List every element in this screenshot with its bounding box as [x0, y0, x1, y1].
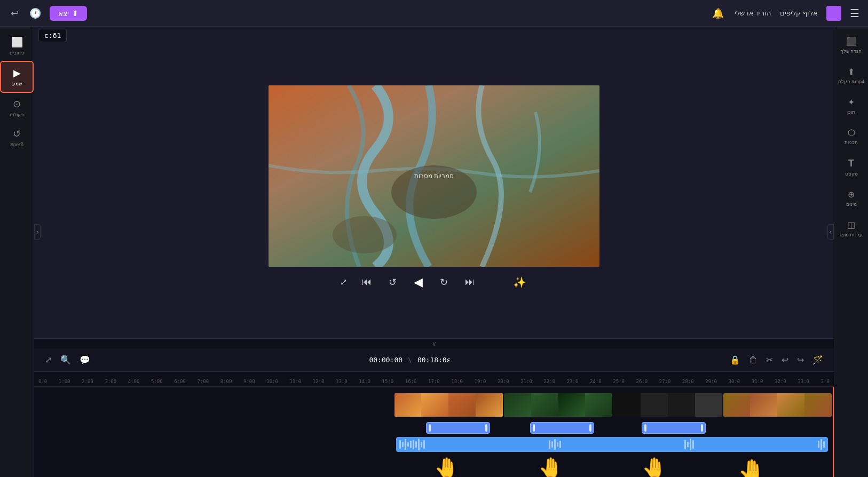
- subtitles-icon: ⬜: [11, 36, 23, 48]
- ruler-mark: 15:0: [382, 379, 394, 384]
- ruler-mark: 3:00: [105, 379, 116, 384]
- timeline-undo-button[interactable]: ↩: [779, 353, 791, 367]
- ruler-marks-container: 0:0 1:00 2:00 3:00 4:00 5:00 6:00 7:00 8…: [34, 379, 834, 384]
- skip-to-start-button[interactable]: ⏮: [360, 274, 374, 290]
- featured-icon: ◫: [847, 220, 855, 230]
- left-sidebar-collapse-button[interactable]: ›: [34, 224, 41, 240]
- right-sidebar-item-design[interactable]: ✦ תוכן: [834, 92, 868, 120]
- video-clip-4[interactable]: [723, 393, 832, 417]
- right-sidebar-item-featured[interactable]: ◫ ערכות מוצג: [834, 214, 868, 243]
- avatar: [826, 6, 841, 21]
- ruler-mark: 24:0: [590, 379, 602, 384]
- hand-4-icon: 🤚: [434, 456, 459, 477]
- hand-2-icon: 🤚: [642, 456, 667, 477]
- skip-to-end-button[interactable]: ⏭: [463, 274, 477, 290]
- timeline-toolbar-center: 00:00:00 \ 00:18:0ε: [369, 356, 451, 364]
- ruler-mark: 28:0: [682, 379, 694, 384]
- ruler-mark: 26:0: [636, 379, 648, 384]
- clips-label: אלוף קליפים: [780, 9, 818, 17]
- bell-icon-button[interactable]: 🔔: [710, 5, 726, 21]
- upload-icon: ⬆: [848, 67, 855, 77]
- right-sidebar-item-text[interactable]: T טקסט: [834, 153, 868, 182]
- timeline-redo-button[interactable]: ↪: [795, 353, 806, 367]
- clip-bar-3[interactable]: [642, 422, 706, 434]
- magic-edit-button[interactable]: ✨: [511, 274, 528, 291]
- clip-bars-track: [34, 420, 834, 436]
- right-sidebar-item-elements[interactable]: ⬡ תכניות: [834, 122, 868, 150]
- timeline-lock-button[interactable]: 🔒: [728, 353, 743, 367]
- sidebar-item-subtitles[interactable]: ⬜ כיתובים: [0, 31, 34, 61]
- right-sidebar-collapse-button[interactable]: ‹: [827, 224, 834, 240]
- play-button[interactable]: ◀: [412, 273, 425, 291]
- right-sidebar-label-brand: מינים: [846, 202, 857, 207]
- ruler-mark: 1:00: [59, 379, 70, 384]
- ruler-mark: 20:0: [498, 379, 509, 384]
- ruler-mark: 21:0: [520, 379, 532, 384]
- timeline-zoom-fit-button[interactable]: ⤢: [43, 353, 54, 367]
- sidebar-item-audio[interactable]: ▶ שמע: [0, 61, 34, 93]
- sidebar-item-speed[interactable]: ↺ Speεδ: [0, 123, 34, 153]
- timeline-tracks: 🤚 4 🤚 3: [34, 387, 834, 477]
- history-button[interactable]: 🕐: [27, 5, 43, 21]
- forward-5s-button[interactable]: ↻: [438, 274, 450, 290]
- elements-icon: ⬡: [848, 128, 855, 138]
- timeline-zoom-out-button[interactable]: 🔍: [58, 353, 73, 367]
- clip-bar-2[interactable]: [530, 422, 594, 434]
- rewind-icon: ↺: [389, 277, 397, 288]
- timeline-collapse-button[interactable]: ∨: [34, 339, 834, 348]
- video-clip-3[interactable]: [613, 393, 722, 417]
- sidebar-item-filters[interactable]: ⊙ פעולות: [0, 93, 34, 123]
- ruler-mark: 23:0: [567, 379, 579, 384]
- fullscreen-button[interactable]: ⤢: [340, 277, 347, 287]
- clip-bar-1[interactable]: [426, 422, 490, 434]
- export-label: יצא: [58, 9, 69, 18]
- time-display: ε:δ1: [38, 29, 67, 42]
- timeline-comment-button[interactable]: 💬: [77, 353, 92, 367]
- timeline-section: ∨ ⤢ 🔍 💬 00:00:00 \ 00:18:0ε 🔒 🗑 ✂: [34, 338, 834, 477]
- timeline-cut-button[interactable]: ✂: [764, 353, 775, 367]
- top-bar-left: ↩ 🕐 יצא ⬆: [9, 5, 87, 21]
- export-button[interactable]: יצא ⬆: [50, 6, 87, 21]
- audio-track[interactable]: [396, 437, 828, 452]
- right-sidebar-label-design: תוכן: [847, 109, 855, 115]
- ruler-mark: 16:0: [405, 379, 417, 384]
- timeline-scroll-area[interactable]: 🤚 4 🤚 3: [34, 387, 834, 477]
- right-sidebar-item-upload[interactable]: ⬆ העלם &mp4: [834, 61, 868, 90]
- timeline-current-time: 00:00:00: [369, 356, 403, 364]
- video-frame: סמריות מסרות: [269, 85, 599, 267]
- top-bar-right: 🔔 הוריד או שלי אלוף קליפים ☰: [710, 5, 859, 21]
- video-clip-2[interactable]: [504, 393, 612, 417]
- timeline-toolbar-right: 🔒 🗑 ✂ ↩ ↪ 🪄: [728, 353, 825, 367]
- ruler-mark: 27:0: [659, 379, 671, 384]
- right-sidebar-item-brand[interactable]: ⊕ מינים: [834, 184, 868, 212]
- preview-area: סמריות מסרות ⤢ ⏮ ↺ ◀ ↻ ⏭ ✨: [34, 44, 834, 338]
- hand-3-icon: 🤚: [538, 456, 563, 477]
- rewind-5s-button[interactable]: ↺: [386, 274, 399, 290]
- hamburger-menu-icon[interactable]: ☰: [850, 7, 859, 20]
- time-display-value: ε:δ1: [44, 31, 61, 39]
- right-sidebar-item-my-stuff[interactable]: ⬛ הנדה שלך: [834, 31, 868, 59]
- undo-button[interactable]: ↩: [9, 5, 21, 21]
- video-clip-1[interactable]: [394, 393, 503, 417]
- upload-icon: ⬆: [72, 9, 78, 18]
- ruler-mark: 25:0: [613, 379, 625, 384]
- playhead[interactable]: [833, 387, 834, 477]
- user-label: הוריד או שלי: [735, 9, 771, 17]
- timeline-ruler: 0:0 1:00 2:00 3:00 4:00 5:00 6:00 7:00 8…: [34, 372, 834, 387]
- timeline-delete-button[interactable]: 🗑: [747, 353, 760, 367]
- preview-top-bar: ε:δ1: [34, 27, 834, 44]
- timeline-magic-button[interactable]: 🪄: [810, 353, 825, 367]
- timeline-total-time: 00:18:0ε: [417, 356, 451, 364]
- ruler-mark: 0:0: [38, 379, 47, 384]
- ruler-mark: 7:00: [197, 379, 209, 384]
- right-sidebar-label-elements: תכניות: [845, 140, 858, 145]
- ruler-mark: 8:00: [220, 379, 232, 384]
- right-sidebar-label-text: טקסט: [845, 171, 858, 177]
- hand-1-icon: 🤚: [738, 458, 766, 477]
- ruler-mark: 2:00: [82, 379, 93, 384]
- left-sidebar: ⬜ כיתובים ▶ שמע ⊙ פעולות ↺ Speεδ: [0, 27, 34, 477]
- ruler-mark: 14:0: [359, 379, 370, 384]
- svg-point-3: [333, 216, 397, 253]
- my-stuff-icon: ⬛: [846, 36, 857, 46]
- ruler-mark: 11:0: [290, 379, 302, 384]
